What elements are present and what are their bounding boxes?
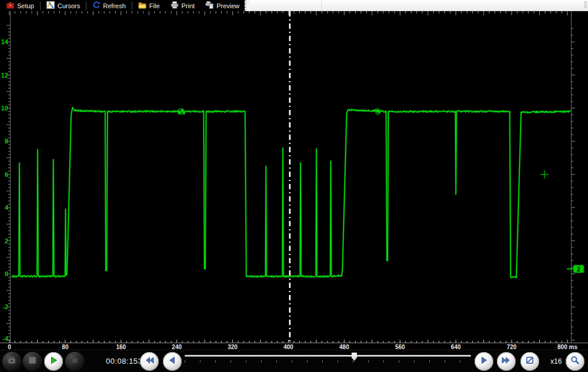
toolbar-button-cursors[interactable]: Cursors xyxy=(41,0,86,11)
toolbar-button-setup[interactable]: Setup xyxy=(1,0,39,11)
app-window: Setup Cursors Refresh xyxy=(0,0,588,372)
toolbar-button-label: Refresh xyxy=(103,2,126,9)
timeline-slider-thumb[interactable] xyxy=(352,353,357,361)
y-axis-label: 4 xyxy=(5,204,9,211)
speed-label: x16 xyxy=(550,357,562,366)
x-axis-label: 720 xyxy=(507,344,517,350)
x-axis-label: 640 xyxy=(451,344,461,350)
x-axis-label: 560 xyxy=(395,344,405,350)
transport-bar: 00:08:153 xyxy=(0,350,588,372)
folder-icon xyxy=(138,2,146,10)
magnifier-icon xyxy=(570,356,580,367)
toolbar-button-label: Setup xyxy=(17,2,34,9)
rewind-button[interactable] xyxy=(140,352,159,371)
stop-icon xyxy=(28,356,36,367)
zoom-button[interactable] xyxy=(566,352,584,371)
timeline-slider-track[interactable] xyxy=(185,355,471,357)
camera-button xyxy=(2,352,21,371)
time-display: 00:08:153 xyxy=(106,357,142,366)
waveform-plot[interactable]: 14121086420-2-40801602403204004805606407… xyxy=(0,11,588,350)
channel-marker-label: 2 xyxy=(577,266,580,273)
y-axis-label: 6 xyxy=(5,171,8,178)
toolbar-resize-nub xyxy=(584,1,587,8)
printer-icon xyxy=(171,1,179,10)
double-right-icon xyxy=(502,356,511,367)
x-axis-label: 400 xyxy=(283,344,293,350)
stop-button xyxy=(23,352,42,371)
y-axis-label: 14 xyxy=(1,38,9,45)
toolbox-icon xyxy=(6,1,14,10)
toolbar-grip[interactable] xyxy=(245,0,250,11)
x-axis-label: 320 xyxy=(228,344,238,350)
toolbar-button-preview[interactable]: Preview xyxy=(200,0,245,11)
y-axis-label: 10 xyxy=(1,105,8,112)
y-axis-label: -4 xyxy=(2,335,9,342)
toolbar-separator xyxy=(86,2,86,10)
x-axis-label: 0 xyxy=(8,344,11,350)
toolbar-button-label: File xyxy=(149,2,160,9)
toolbar-button-label: Print xyxy=(182,2,195,9)
record-button xyxy=(65,352,84,371)
play-button[interactable] xyxy=(44,352,63,371)
x-axis-label: 240 xyxy=(172,344,182,350)
print-preview-icon xyxy=(205,1,213,10)
toolbar-button-label: Cursors xyxy=(58,2,81,9)
y-axis-label: 12 xyxy=(1,72,8,79)
record-icon xyxy=(71,356,79,367)
toolbar-button-print[interactable]: Print xyxy=(165,0,201,11)
play-icon xyxy=(49,356,58,367)
fit-screen-button[interactable] xyxy=(520,352,539,371)
main-toolbar: Setup Cursors Refresh xyxy=(0,0,588,11)
fit-screen-icon xyxy=(525,356,534,367)
y-axis-label: 2 xyxy=(5,237,8,244)
x-axis-label: 800 ms xyxy=(557,344,577,350)
y-axis-label: -2 xyxy=(2,303,8,310)
step-forward-button[interactable] xyxy=(475,352,493,371)
camera-icon xyxy=(7,356,16,367)
toolbar-button-file[interactable]: File xyxy=(133,0,165,11)
x-axis-label: 480 xyxy=(339,344,349,350)
refresh-icon xyxy=(92,1,100,10)
toolbar-separator xyxy=(40,2,41,10)
x-axis-label: 80 xyxy=(62,344,69,350)
toolbar-empty-area xyxy=(250,0,588,11)
double-left-icon xyxy=(145,356,154,367)
y-axis-label: 8 xyxy=(5,138,8,145)
left-arrow-icon xyxy=(168,356,177,367)
toolbar-seam xyxy=(321,1,322,11)
step-back-button[interactable] xyxy=(163,352,182,371)
toolbar-separator xyxy=(132,2,132,10)
cursors-icon xyxy=(46,1,55,10)
y-axis-label: 0 xyxy=(5,270,8,277)
x-axis-label: 160 xyxy=(116,344,126,350)
toolbar-button-label: Preview xyxy=(216,2,239,9)
plot-background xyxy=(0,11,588,350)
toolbar-button-refresh[interactable]: Refresh xyxy=(87,0,131,11)
right-arrow-icon xyxy=(479,356,489,367)
timeline-slider-ticks xyxy=(185,360,473,363)
fast-forward-button[interactable] xyxy=(497,352,516,371)
toolbar-button-group: Setup Cursors Refresh xyxy=(0,0,245,11)
